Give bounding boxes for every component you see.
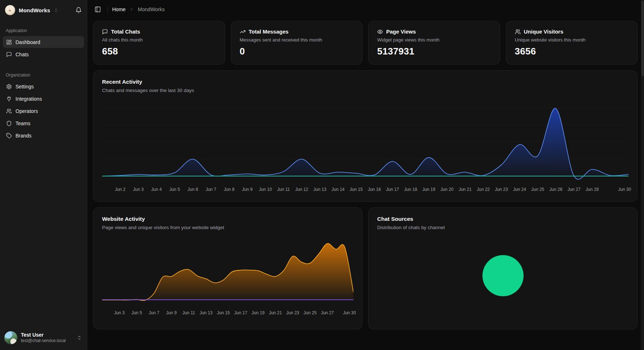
x-tick-label: Jun 25 — [304, 310, 317, 315]
user-name: Test User — [21, 332, 66, 338]
stat-title: Total Chats — [111, 29, 140, 35]
sidebar-item-chats[interactable]: Chats — [3, 48, 84, 60]
x-tick-label: Jun 27 — [321, 310, 334, 315]
sidebar-item-teams[interactable]: Teams — [3, 117, 84, 129]
tag-icon — [6, 133, 12, 139]
topbar: Home MondWorks — [87, 0, 644, 19]
stat-subtitle: Widget page views this month — [377, 37, 491, 43]
x-tick-label: Jun 19 — [252, 310, 265, 315]
stat-value: 5137931 — [377, 46, 491, 57]
sidebar-item-label: Operators — [16, 108, 38, 114]
sidebar-item-label: Chats — [16, 52, 29, 57]
stat-card-total-chats: Total ChatsAll chats this month658 — [93, 21, 225, 65]
dashboard-content: Total ChatsAll chats this month658Total … — [87, 19, 644, 329]
eye-icon — [377, 29, 383, 35]
stats-row: Total ChatsAll chats this month658Total … — [93, 21, 638, 65]
sidebar-item-label: Settings — [16, 84, 34, 89]
sidebar-item-settings[interactable]: Settings — [3, 80, 84, 92]
main-area: Home MondWorks Total ChatsAll chats this… — [87, 0, 644, 350]
plug-icon — [6, 96, 12, 102]
breadcrumb-home-link[interactable]: Home — [112, 6, 125, 12]
x-tick-label: Jun 10 — [259, 187, 272, 192]
recent-activity-plot — [102, 98, 628, 183]
chat-sources-pie-chart — [377, 230, 628, 321]
stat-subtitle: Unique website visitors this month — [515, 37, 629, 43]
workspace-avatar — [5, 5, 15, 15]
x-tick-label: Jun 26 — [550, 187, 563, 192]
scrollbar-thumb[interactable] — [641, 1, 644, 76]
x-tick-label: Jun 2 — [115, 187, 125, 192]
x-tick-label: Jun 23 — [286, 310, 299, 315]
x-tick-label: Jun 5 — [131, 310, 142, 315]
stat-title: Unique Visitors — [524, 29, 564, 35]
x-tick-label: Jun 13 — [313, 187, 326, 192]
sidebar-item-dashboard[interactable]: Dashboard — [3, 36, 84, 48]
x-tick-label: Jun 11 — [277, 187, 290, 192]
panel-title: Chat Sources — [377, 216, 628, 222]
topbar-divider — [107, 6, 108, 12]
x-tick-label: Jun 4 — [151, 187, 162, 192]
stat-title: Page Views — [386, 29, 416, 35]
scrollbar[interactable] — [641, 0, 644, 350]
x-tick-label: Jun 3 — [133, 187, 144, 192]
sidebar-item-brands[interactable]: Brands — [3, 130, 84, 141]
stat-card-total-messages: Total MessagesMessages sent and received… — [231, 21, 363, 65]
x-tick-label: Jun 15 — [217, 310, 230, 315]
website-activity-plot — [102, 235, 353, 307]
website-activity-x-axis: Jun 3Jun 5Jun 7Jun 9Jun 11Jun 13Jun 15Ju… — [102, 310, 353, 317]
breadcrumb: Home MondWorks — [112, 6, 165, 12]
x-tick-label: Jun 21 — [269, 310, 282, 315]
stat-subtitle: All chats this month — [102, 37, 216, 43]
recent-activity-chart: Jun 2Jun 3Jun 4Jun 5Jun 6Jun 7Jun 8Jun 9… — [102, 98, 628, 193]
x-tick-label: Jun 30 — [618, 187, 631, 192]
x-tick-label: Jun 3 — [114, 310, 124, 315]
panel-title: Recent Activity — [102, 79, 628, 85]
sidebar-item-label: Integrations — [16, 96, 42, 102]
sidebar-item-label: Dashboard — [16, 39, 40, 45]
workspace-switcher[interactable]: MondWorks — [0, 0, 87, 19]
nav-group-label: Application — [3, 28, 84, 33]
users-icon — [6, 108, 12, 114]
x-tick-label: Jun 21 — [459, 187, 472, 192]
gear-icon — [6, 84, 12, 89]
x-tick-label: Jun 20 — [441, 187, 454, 192]
x-tick-label: Jun 25 — [531, 187, 544, 192]
x-tick-label: Jun 17 — [234, 310, 247, 315]
sidebar: MondWorks ApplicationDashboardChatsOrgan… — [0, 0, 87, 350]
notifications-bell-button[interactable] — [75, 7, 82, 13]
x-tick-label: Jun 30 — [343, 310, 356, 315]
chevrons-up-down-icon — [54, 8, 58, 13]
sidebar-toggle-button[interactable] — [92, 4, 103, 15]
user-avatar — [4, 331, 17, 344]
x-tick-label: Jun 19 — [422, 187, 435, 192]
sidebar-item-operators[interactable]: Operators — [3, 105, 84, 117]
chat-icon — [6, 52, 12, 57]
nav-group-label: Organization — [3, 73, 84, 78]
shield-icon — [6, 121, 12, 126]
x-tick-label: Jun 28 — [586, 187, 599, 192]
x-tick-label: Jun 13 — [199, 310, 212, 315]
x-tick-label: Jun 7 — [149, 310, 159, 315]
recent-activity-card: Recent Activity Chats and messages over … — [93, 70, 638, 202]
chevron-right-icon — [129, 7, 134, 12]
breadcrumb-current: MondWorks — [138, 6, 164, 12]
nav-group: ApplicationDashboardChats — [3, 28, 84, 60]
workspace-name: MondWorks — [19, 7, 50, 13]
website-activity-card: Website Activity Page views and unique v… — [93, 207, 362, 329]
recent-activity-x-axis: Jun 2Jun 3Jun 4Jun 5Jun 6Jun 7Jun 8Jun 9… — [102, 186, 628, 193]
stat-title: Total Messages — [249, 29, 289, 35]
sidebar-nav: ApplicationDashboardChatsOrganizationSet… — [0, 28, 87, 142]
stat-card-unique-visitors: Unique VisitorsUnique website visitors t… — [506, 21, 638, 65]
x-tick-label: Jun 5 — [169, 187, 180, 192]
stat-subtitle: Messages sent and received this month — [240, 37, 354, 43]
user-menu[interactable]: Test User test@chat-service.local — [0, 327, 87, 350]
x-tick-label: Jun 11 — [182, 310, 195, 315]
chat-sources-plot — [481, 253, 525, 298]
sidebar-item-integrations[interactable]: Integrations — [3, 93, 84, 105]
x-tick-label: Jun 16 — [368, 187, 381, 192]
panel-subtitle: Chats and messages over the last 30 days — [102, 88, 628, 93]
stat-value: 658 — [102, 46, 216, 57]
x-tick-label: Jun 17 — [386, 187, 399, 192]
user-email: test@chat-service.local — [21, 338, 66, 344]
panel-subtitle: Distribution of chats by channel — [377, 225, 628, 230]
